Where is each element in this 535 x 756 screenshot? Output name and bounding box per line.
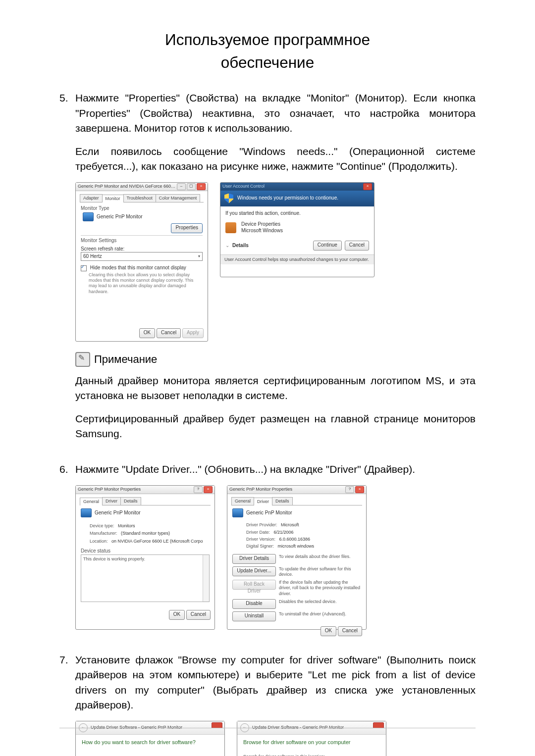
tab-adapter[interactable]: Adapter [80,194,103,202]
step-7-para-1: Установите флажок "Browse my computer fo… [75,653,476,713]
page-title: Используемое программное обеспечение [59,29,476,74]
uac-footer: User Account Control helps stop unauthor… [220,254,374,264]
shield-icon [224,194,233,203]
tab-monitor[interactable]: Monitor [102,195,124,202]
properties-button[interactable]: Properties [171,223,203,233]
disable-button[interactable]: Disable [232,599,276,609]
manufacturer-value: (Standard monitor types) [121,531,170,536]
hide-modes-checkbox[interactable] [81,265,87,271]
step-6-para-1: Нажмите "Update Driver..." (Обновить...)… [75,462,476,477]
wizard-question: How do you want to search for driver sof… [82,739,218,747]
uac-band: Windows needs your permission to contion… [220,191,374,206]
help-icon[interactable]: ? [345,486,354,493]
driver-version-value: 6.0.6000.16386 [279,537,311,542]
general-properties-window: Generic PnP Monitor Properties ?× Genera… [75,485,215,630]
titlebar: Generic PnP Monitor Properties ?× [227,486,366,494]
minimize-icon[interactable]: – [177,183,186,190]
app-icon [225,222,236,233]
note-para-2: Сертифицированный драйвер будет размещен… [75,411,476,442]
refresh-rate-label: Screen refresh rate: [81,246,203,252]
device-status-value: This device is working properly. [83,556,145,561]
details-toggle[interactable]: Details [232,243,310,249]
chevron-down-icon: ▾ [198,254,200,259]
refresh-rate-value: 60 Hertz [83,253,102,260]
step-5-para-2: Если появилось сообщение "Windows needs.… [75,144,476,174]
apply-button[interactable]: Apply [182,328,204,338]
close-icon[interactable]: × [204,486,213,493]
cancel-button[interactable]: Cancel [345,241,369,251]
close-icon[interactable]: × [355,486,364,493]
cancel-button[interactable]: Cancel [338,626,362,636]
driver-properties-window: Generic PnP Monitor Properties ?× Genera… [227,485,367,630]
driver-provider-value: Microsoft [281,522,299,527]
location-label: Location: [90,539,108,544]
ok-button[interactable]: OK [139,328,155,338]
close-icon[interactable] [212,722,222,728]
monitor-type-value: Generic PnP Monitor [97,214,143,220]
tab-general[interactable]: General [80,498,103,505]
roll-back-driver-button[interactable]: Roll Back Driver [232,580,276,590]
close-icon[interactable]: × [363,183,372,190]
tab-general[interactable]: General [231,497,254,505]
tab-driver[interactable]: Driver [102,497,121,505]
manufacturer-label: Manufacturer: [90,531,117,536]
monitor-properties-window: Generic PnP Monitor and NVIDIA GeForce 6… [75,182,208,342]
driver-version-label: Driver Version: [246,537,275,542]
close-icon[interactable]: × [197,183,206,190]
location-label: Search for driver software in this locat… [243,754,380,756]
cancel-button[interactable]: Cancel [186,610,211,620]
titlebar: User Account Control × [220,183,374,191]
driver-details-desc: To view details about the driver files. [279,554,361,564]
device-status-label: Device status [81,548,210,554]
ok-button[interactable]: OK [169,610,185,620]
note-heading: Примечание [75,352,476,367]
scrollbar[interactable] [203,555,209,602]
note-icon [75,352,90,367]
step-6: 6. Нажмите "Update Driver..." (Обновить.… [59,462,476,639]
monitor-icon [83,212,94,221]
step-5-number: 5. [59,91,75,449]
wizard-heading: Browse for driver software on your compu… [243,739,380,747]
device-type-label: Device type: [90,523,114,528]
hide-modes-hint: Clearing this check box allows you to se… [89,272,203,295]
uac-app-publisher: Microsoft Windows [241,228,283,234]
continue-button[interactable]: Continue [313,241,342,251]
cancel-button[interactable]: Cancel [157,328,181,338]
disable-desc: Disables the selected device. [279,599,361,609]
refresh-rate-select[interactable]: 60 Hertz ▾ [81,252,203,261]
device-type-value: Monitors [118,523,135,528]
monitor-icon [81,508,92,517]
tab-details[interactable]: Details [272,497,293,505]
page-title-line2: обеспечение [59,51,476,74]
close-icon[interactable] [373,722,384,728]
ok-button[interactable]: OK [321,626,336,636]
window-title: Generic PnP Monitor Properties [78,487,194,492]
figure-row-3: ← Update Driver Software - Generic PnP M… [75,721,476,756]
tab-troubleshoot[interactable]: Troubleshoot [123,194,156,202]
tab-driver[interactable]: Driver [254,498,272,505]
uac-message: Windows needs your permission to contion… [237,195,338,202]
driver-details-button[interactable]: Driver Details [232,554,276,564]
digital-signer-label: Digital Signer: [246,544,274,549]
step-5: 5. Нажмите "Properties" (Свойства) на вк… [59,91,476,449]
window-title: User Account Control [222,184,363,189]
page-title-line1: Используемое программное [59,29,476,51]
update-driver-desc: To update the driver software for this d… [279,566,361,578]
tab-details[interactable]: Details [120,497,141,505]
update-driver-wizard-search: ← Update Driver Software - Generic PnP M… [75,721,225,756]
driver-date-label: Driver Date: [246,530,270,535]
tab-color-management[interactable]: Color Management [156,194,201,202]
driver-provider-label: Driver Provider: [246,522,277,527]
uninstall-button[interactable]: Uninstall [232,611,276,621]
maximize-icon[interactable]: ▢ [187,183,196,190]
update-driver-button[interactable]: Update Driver... [232,566,276,576]
uninstall-desc: To uninstall the driver (Advanced). [279,611,361,621]
tabs: Adapter Monitor Troubleshoot Color Manag… [80,194,204,202]
page-footer-rule [59,728,476,728]
uac-continue-line: If you started this action, continue. [225,210,369,217]
window-title: Generic PnP Monitor and NVIDIA GeForce 6… [78,184,177,189]
device-status-box: This device is working properly. [81,554,210,602]
option-search-auto[interactable]: Search automatically for updated driver … [82,754,218,756]
monitor-icon [232,508,243,517]
help-icon[interactable]: ? [194,486,203,493]
